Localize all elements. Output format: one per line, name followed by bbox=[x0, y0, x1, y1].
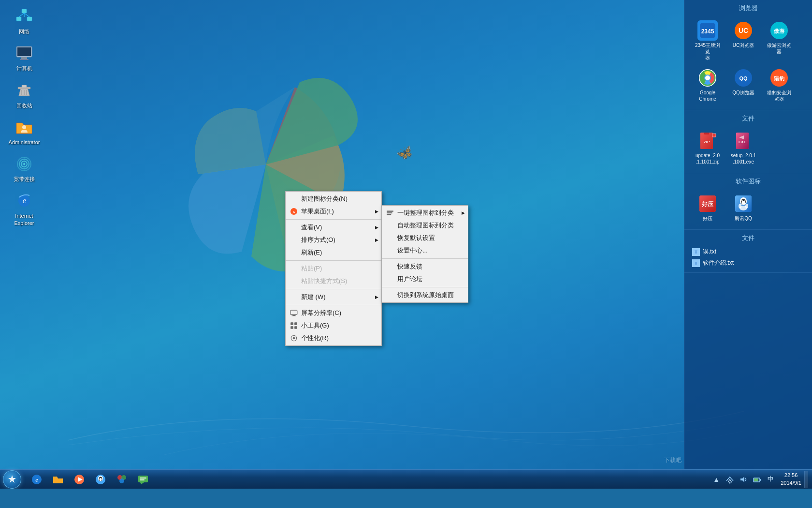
quick-feedback-icon bbox=[386, 262, 394, 271]
svg-point-59 bbox=[739, 204, 741, 209]
software-title: 软件图标 bbox=[689, 177, 807, 186]
tray-network[interactable] bbox=[725, 474, 735, 485]
panel-icon-aoyou[interactable]: 傲游 傲游云浏览器 bbox=[763, 18, 796, 63]
tray-arrow[interactable]: ▲ bbox=[711, 474, 722, 485]
taskbar-qq-btn[interactable] bbox=[91, 471, 110, 488]
setup-exe-label: setup_2.0.1.1001.exe bbox=[731, 152, 756, 165]
view-icon bbox=[290, 223, 298, 232]
ctx-view[interactable]: 查看(V) bbox=[286, 221, 381, 234]
panel-icon-liebao[interactable]: 猎豹 猎豹安全浏览器 bbox=[763, 66, 796, 104]
ctx-new-category[interactable]: 新建图标分类(N) bbox=[286, 193, 381, 205]
network-icon bbox=[14, 7, 34, 26]
svg-rect-0 bbox=[22, 9, 27, 13]
ctx-gadgets[interactable]: 小工具(G) bbox=[286, 319, 381, 332]
panel-icon-2345[interactable]: 2345 2345王牌浏览器 bbox=[691, 18, 724, 63]
liebao-icon: 猎豹 bbox=[769, 68, 789, 88]
computer-label: 计算机 bbox=[16, 65, 32, 72]
exe-icon: EXE bbox=[733, 131, 754, 151]
ctx-paste-shortcut[interactable]: 粘贴快捷方式(S) bbox=[286, 275, 381, 287]
ctx-paste[interactable]: 粘贴(P) bbox=[286, 262, 381, 275]
start-orb[interactable] bbox=[3, 470, 21, 489]
svg-rect-40 bbox=[704, 133, 709, 134]
recycle-icon bbox=[14, 81, 34, 100]
ctx-sort[interactable]: 排序方式(O) bbox=[286, 234, 381, 246]
refresh-icon bbox=[290, 248, 298, 257]
right-panel: 浏览器 2345 2345王牌浏览器 UC bbox=[684, 0, 812, 489]
desktop-icon-admin[interactable]: Administrator bbox=[7, 116, 41, 148]
liebao-label: 猎豹安全浏览器 bbox=[767, 90, 791, 102]
svg-text:2345: 2345 bbox=[701, 28, 714, 35]
ctx-switch-original[interactable]: 切换到系统原始桌面 bbox=[382, 289, 468, 301]
ctx-sep3 bbox=[286, 289, 381, 289]
apple-desktop-icon: A bbox=[290, 207, 298, 216]
desktop-icon-recycle[interactable]: 回收站 bbox=[7, 79, 41, 111]
desktop-icon-ie[interactable]: e Internet Explorer bbox=[7, 189, 41, 228]
svg-rect-92 bbox=[754, 478, 758, 481]
recycle-label: 回收站 bbox=[16, 102, 32, 109]
software-grid: 好压 好压 bbox=[689, 190, 807, 225]
panel-icon-setup-exe[interactable]: EXE setup_2.0.1.1001.exe bbox=[727, 129, 760, 167]
svg-text:猎豹: 猎豹 bbox=[773, 75, 784, 81]
ctx-user-forum[interactable]: 用户论坛 bbox=[382, 273, 468, 285]
panel-icon-update-zip[interactable]: ZIP update_2.0.1.1001.zip bbox=[691, 129, 724, 167]
ctx-sep1 bbox=[286, 219, 381, 220]
qq-browser-label: QQ浏览器 bbox=[732, 90, 754, 96]
ctx-restore-default[interactable]: 恢复默认设置 bbox=[382, 232, 468, 244]
ctx-one-key[interactable]: 一键整理图标到分类 bbox=[382, 207, 468, 219]
desktop-icon-computer[interactable]: 计算机 bbox=[7, 42, 41, 74]
ctx-refresh[interactable]: 刷新(E) bbox=[286, 246, 381, 259]
file-item-txt1[interactable]: T 诶.txt bbox=[689, 246, 807, 257]
svg-rect-9 bbox=[20, 59, 29, 60]
svg-rect-2 bbox=[27, 17, 32, 21]
svg-rect-64 bbox=[387, 212, 392, 213]
ctx-apple-desktop[interactable]: A 苹果桌面(L) 一键整理图标到分类 bbox=[286, 205, 381, 218]
svg-point-56 bbox=[742, 200, 742, 201]
desktop-icon-network[interactable]: 网络 bbox=[7, 5, 41, 37]
panel-icon-qqapp[interactable]: 腾讯QQ bbox=[727, 192, 760, 224]
2345-icon: 2345 bbox=[697, 20, 718, 41]
taskbar-ie-btn[interactable]: e bbox=[27, 471, 46, 488]
txt-file-icon: T bbox=[692, 248, 700, 256]
clock-time: 22:56 bbox=[784, 472, 798, 479]
svg-text:A: A bbox=[292, 210, 295, 214]
taskbar-explorer-btn[interactable] bbox=[48, 471, 68, 488]
txt1-label: 诶.txt bbox=[703, 248, 716, 256]
tray-battery[interactable] bbox=[752, 474, 762, 485]
tray-clock[interactable]: 22:56 2014/9/1 bbox=[781, 472, 801, 487]
svg-rect-8 bbox=[21, 57, 27, 59]
taskbar-msg-btn[interactable] bbox=[133, 471, 153, 488]
ctx-auto-organize[interactable]: 自动整理图标到分类 bbox=[382, 219, 468, 232]
butterfly: 🦋 bbox=[394, 143, 415, 164]
files2-title: 文件 bbox=[689, 234, 807, 242]
submenu-sep1 bbox=[382, 258, 468, 259]
ctx-quick-feedback[interactable]: 快速反馈 bbox=[382, 260, 468, 273]
svg-text:QQ: QQ bbox=[739, 75, 748, 81]
tray-lang[interactable]: 中 bbox=[765, 474, 776, 485]
admin-label: Administrator bbox=[9, 139, 40, 146]
tray-volume[interactable] bbox=[738, 474, 749, 485]
files1-grid: ZIP update_2.0.1.1001.zip bbox=[689, 127, 807, 169]
uc-icon: UC bbox=[733, 20, 754, 41]
svg-text:ZIP: ZIP bbox=[704, 140, 710, 144]
panel-icon-qq-browser[interactable]: QQ QQ浏览器 bbox=[727, 66, 760, 104]
ctx-personalize[interactable]: 个性化(R) bbox=[286, 332, 381, 344]
svg-text:e: e bbox=[35, 477, 38, 483]
desktop-icon-broadband[interactable]: 宽带连接 bbox=[7, 152, 41, 184]
panel-icon-uc[interactable]: UC UC浏览器 bbox=[727, 18, 760, 63]
taskbar-media-btn[interactable] bbox=[70, 471, 89, 488]
ctx-new[interactable]: 新建 (W) bbox=[286, 291, 381, 303]
file-item-txt2[interactable]: T 软件介绍.txt bbox=[689, 257, 807, 269]
paste-icon bbox=[290, 264, 298, 273]
files1-section: 文件 bbox=[684, 110, 812, 173]
svg-point-57 bbox=[744, 200, 745, 201]
user-forum-icon bbox=[386, 275, 394, 284]
panel-icon-chrome[interactable]: Google Chrome bbox=[691, 66, 724, 104]
apple-desktop-submenu: 一键整理图标到分类 自动整理图标到分类 恢复默认设置 设置中心... bbox=[381, 205, 468, 303]
ctx-screen-res[interactable]: 屏幕分辨率(C) bbox=[286, 307, 381, 319]
show-desktop-btn[interactable] bbox=[804, 471, 808, 488]
taskbar-colorful-btn[interactable] bbox=[112, 471, 131, 488]
panel-icon-haozip[interactable]: 好压 好压 bbox=[691, 192, 724, 224]
start-button[interactable] bbox=[0, 470, 24, 489]
uc-label: UC浏览器 bbox=[733, 42, 754, 48]
ctx-settings-center[interactable]: 设置中心... bbox=[382, 244, 468, 257]
